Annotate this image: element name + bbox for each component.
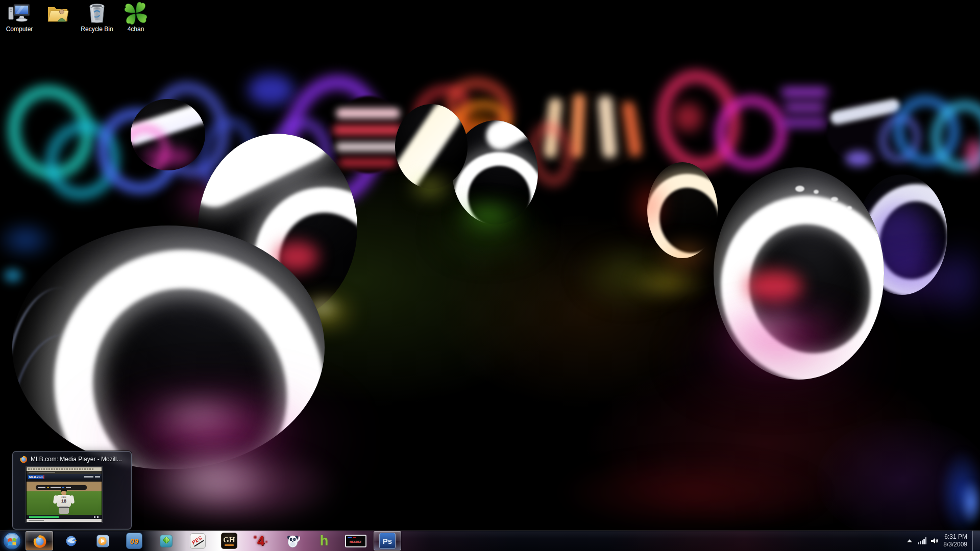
thunderbird-taskbar-button[interactable] <box>57 531 85 550</box>
desktop-icon-recycle-bin[interactable]: Recycle Bin <box>78 1 116 39</box>
jersey-name: CAIN <box>59 496 69 498</box>
glow-ball-magenta <box>131 99 205 170</box>
mlb2k9-taskbar-button[interactable]: 09 <box>120 531 148 550</box>
nexdef-icon: NEXDEF <box>345 535 366 547</box>
preview-thumbnail[interactable]: MLB.com CAIN 18 <box>27 467 102 522</box>
taskbar: 09 PES GH 4 <box>0 531 980 551</box>
pes-icon: PES <box>190 533 206 549</box>
desktop-icon-label: 4chan <box>128 26 144 33</box>
network-tray-icon[interactable] <box>918 537 927 544</box>
show-desktop-button[interactable] <box>972 531 980 551</box>
clock-time: 6:31 PM <box>943 533 967 541</box>
wmp-icon <box>95 534 110 548</box>
start-button[interactable] <box>0 531 23 551</box>
video-control-bar <box>27 515 102 519</box>
clock-date: 8/3/2009 <box>943 541 967 548</box>
guitar-hero-taskbar-button[interactable]: GH <box>215 531 243 550</box>
browser-url-strip <box>27 467 102 471</box>
mlb-2k9-icon: 09 <box>126 533 142 549</box>
browser-status-strip <box>27 519 102 522</box>
mlb-logo: MLB.com <box>28 475 44 479</box>
glow-ball-stripe <box>395 104 468 189</box>
jersey-number: 18 <box>57 499 71 504</box>
glow-ball-purple-right <box>856 174 947 295</box>
left4dead-taskbar-button[interactable]: 4 <box>247 531 275 550</box>
firefox-taskbar-button[interactable] <box>26 531 53 550</box>
computer-icon <box>7 1 32 26</box>
clock[interactable]: 6:31 PM 8/3/2009 <box>943 533 967 548</box>
wmp-taskbar-button[interactable] <box>89 531 116 550</box>
player-pants <box>59 507 69 514</box>
thunderbird-icon <box>64 534 79 548</box>
panda-icon <box>285 534 300 548</box>
desktop-icon-4chan[interactable]: 4chan <box>116 1 155 39</box>
desktop-icon-user-folder[interactable] <box>39 1 78 39</box>
system-tray: 6:31 PM 8/3/2009 <box>904 531 980 551</box>
preview-window-title: MLB.com: Media Player - Mozill... <box>31 456 122 463</box>
recycle-bin-icon <box>85 1 109 26</box>
photoshop-icon: Ps <box>379 533 396 549</box>
mlb-site-header: MLB.com <box>27 474 102 480</box>
left4dead-icon: 4 <box>257 534 264 548</box>
sims3-taskbar-button[interactable] <box>152 531 180 550</box>
hulu-icon: h <box>320 534 329 548</box>
guitar-hero-icon: GH <box>221 533 237 549</box>
video-frame: CAIN 18 <box>27 482 102 515</box>
glow-ball-big-left <box>12 226 325 469</box>
user-folder-icon <box>46 1 70 26</box>
browser-toolbar-strip <box>27 471 102 474</box>
hulu-taskbar-button[interactable]: h <box>310 531 338 550</box>
start-orb-icon <box>3 532 21 550</box>
firefox-icon <box>32 534 47 548</box>
taskbar-thumbnail-preview[interactable]: MLB.com: Media Player - Mozill... MLB.co… <box>12 451 132 530</box>
volume-tray-icon[interactable] <box>930 537 939 545</box>
hidden-icons-button[interactable] <box>904 539 915 542</box>
pes-taskbar-button[interactable]: PES <box>184 531 211 550</box>
desktop-icon-label: Recycle Bin <box>81 26 113 33</box>
hidden-icons-arrow-icon <box>907 539 912 542</box>
player-jersey: CAIN 18 <box>57 495 71 507</box>
wallpaper-image <box>0 0 980 551</box>
glow-ball-center <box>452 120 538 224</box>
glow-ball-warm <box>647 162 718 258</box>
4chan-clover-icon <box>124 1 148 26</box>
baseball-player: CAIN 18 <box>55 489 73 514</box>
firefox-icon <box>19 455 28 463</box>
desktop-icon-grid: Computer Recycle Bin <box>0 1 155 39</box>
desktop-icon-computer[interactable]: Computer <box>0 1 39 39</box>
glow-ball-band <box>198 134 357 321</box>
sims3-plumbob-icon <box>159 534 174 548</box>
preview-title-row: MLB.com: Media Player - Mozill... <box>13 452 131 463</box>
nexdef-taskbar-button[interactable]: NEXDEF <box>342 531 370 550</box>
desktop-icon-label: Computer <box>6 26 33 33</box>
desktop: Computer Recycle Bin <box>0 0 980 551</box>
taskbar-buttons: 09 PES GH 4 <box>26 531 401 551</box>
glow-ball-big-right <box>714 167 884 380</box>
panda-taskbar-button[interactable] <box>279 531 306 550</box>
photoshop-taskbar-button[interactable]: Ps <box>374 531 401 550</box>
